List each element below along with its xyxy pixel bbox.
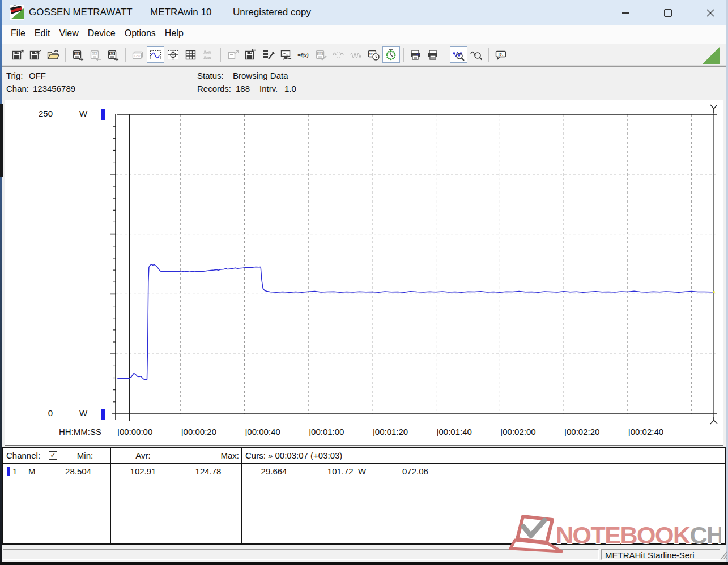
menu-item-options[interactable]: Options xyxy=(125,28,156,38)
menu-item-view[interactable]: View xyxy=(59,28,78,38)
x-tick-00:00:00: |00:00:00 xyxy=(117,427,152,436)
zoom-horizontal-icon xyxy=(452,49,465,61)
time-settings-button[interactable]: 12:3 xyxy=(365,46,382,63)
formula-fx-button[interactable]: =f(x) xyxy=(295,46,312,63)
toolbar-separator xyxy=(125,48,126,62)
series-line xyxy=(117,264,714,380)
table-header-divider xyxy=(3,463,725,464)
interval-value: 1.0 xyxy=(284,84,296,93)
resize-grip[interactable] xyxy=(720,551,728,560)
channel1-row-marker xyxy=(7,467,10,476)
time-settings-icon: 12:3 xyxy=(367,49,380,61)
x-tick-00:00:40: |00:00:40 xyxy=(245,427,280,436)
row-channel-number: 1 xyxy=(12,466,17,476)
toolbar-separator xyxy=(220,48,221,62)
print-preview-button[interactable] xyxy=(407,46,425,63)
data-export-icon xyxy=(227,49,240,61)
cursor2-intersection-dot xyxy=(713,291,715,293)
row-cursor1-value: 29.664 xyxy=(242,466,306,476)
col-header-channel: Channel: xyxy=(6,451,40,460)
x-axis-format-label: HH:MM:SS xyxy=(59,427,101,436)
device-settings-icon: 321 xyxy=(314,49,327,61)
open-file-button[interactable] xyxy=(44,46,62,63)
channel-visible-checkbox[interactable]: ✓ xyxy=(49,451,57,460)
cursor-crosshair-icon xyxy=(167,49,180,61)
chan-label: Chan: xyxy=(6,84,29,93)
svg-text:321: 321 xyxy=(74,52,79,55)
device-send-button: 321 xyxy=(87,46,104,63)
menu-item-device[interactable]: Device xyxy=(88,28,116,38)
title-bar: GOSSEN METRAWATT METRAwin 10 Unregistere… xyxy=(2,0,726,25)
device-read-icon: 321 xyxy=(71,49,84,61)
menu-item-help[interactable]: Help xyxy=(165,28,184,38)
table-column-divider xyxy=(388,448,388,543)
maximize-icon xyxy=(664,9,672,17)
data-store-button[interactable] xyxy=(242,46,259,63)
toolbar-green-triangle-icon xyxy=(703,46,720,64)
toolbar: 321321M1257=f(x)32112:3!?: xyxy=(2,44,726,66)
hint-tooltip-icon: !?: xyxy=(495,49,508,61)
toolbar-separator xyxy=(488,48,489,62)
menu-bar: FileEditViewDeviceOptionsHelp xyxy=(2,25,726,44)
formula-fx-icon: =f(x) xyxy=(297,49,310,61)
zoom-free-button[interactable] xyxy=(467,46,485,63)
save-file-icon xyxy=(11,49,24,61)
minimize-icon xyxy=(622,12,629,14)
close-button[interactable] xyxy=(697,2,723,23)
interval-label: Intrv. xyxy=(259,84,278,93)
print-icon xyxy=(427,49,440,61)
menu-item-file[interactable]: File xyxy=(11,28,25,38)
wave-trigger-icon xyxy=(332,49,345,61)
toolbar-separator xyxy=(446,48,446,62)
zoom-horizontal-button[interactable] xyxy=(450,46,467,63)
channel1-marker-bottom xyxy=(101,409,105,420)
background-artifact xyxy=(0,104,3,177)
hint-tooltip-button[interactable]: !?: xyxy=(492,46,510,63)
device-read-button[interactable]: 321 xyxy=(69,46,87,63)
svg-text:NOTEBOOKCHECK: NOTEBOOKCHECK xyxy=(556,521,721,549)
power-trend-chart[interactable] xyxy=(5,100,723,445)
trig-label: Trig: xyxy=(6,71,23,80)
print-preview-icon xyxy=(410,49,423,61)
metrawin-window: GOSSEN METRAWATT METRAwin 10 Unregistere… xyxy=(0,0,728,565)
cursor-crosshair-button[interactable] xyxy=(164,46,182,63)
wave-sample-button xyxy=(347,46,365,63)
table-column-divider xyxy=(306,448,306,543)
histogram-view-icon xyxy=(202,49,215,61)
channel1-marker-top xyxy=(101,109,105,120)
table-view-icon xyxy=(184,49,197,61)
display-settings-button[interactable] xyxy=(277,46,295,63)
row-cursor2-value: 101.72 W xyxy=(306,466,388,476)
svg-text:1257: 1257 xyxy=(134,54,141,58)
status-label: Status: xyxy=(197,71,224,80)
row-min-value: 28.504 xyxy=(46,466,110,476)
y-axis-max-label: 250 xyxy=(22,109,53,118)
col-header-cursor: Curs: » 00:03:07 (+03:03) xyxy=(245,451,342,460)
chan-value: 123456789 xyxy=(33,84,75,93)
print-button[interactable] xyxy=(425,46,442,63)
maximize-button[interactable] xyxy=(655,2,681,23)
multimeter-display-icon: 1257 xyxy=(131,49,144,61)
row-channel-mode: M xyxy=(28,466,36,476)
records-value: 188 xyxy=(236,84,250,93)
x-tick-00:01:00: |00:01:00 xyxy=(309,427,344,436)
svg-text:!?:: !?: xyxy=(499,52,504,56)
record-timer-button[interactable] xyxy=(382,46,400,63)
save-as-icon xyxy=(29,49,42,61)
memory-read-button[interactable]: M xyxy=(104,46,122,63)
toolbar-separator xyxy=(65,48,66,62)
channel-settings-button[interactable] xyxy=(259,46,277,63)
cursor2-bottom-marker[interactable] xyxy=(710,417,717,424)
save-file-button[interactable] xyxy=(9,46,27,63)
cursor2-top-marker[interactable] xyxy=(710,105,717,113)
multimeter-display-button: 1257 xyxy=(129,46,147,63)
save-as-button[interactable] xyxy=(27,46,44,63)
window-title-app: METRAwin 10 xyxy=(150,7,211,18)
table-view-button[interactable] xyxy=(182,46,199,63)
menu-item-edit[interactable]: Edit xyxy=(35,28,50,38)
chart-view-button[interactable] xyxy=(147,46,164,63)
open-file-icon xyxy=(46,49,59,61)
minimize-button[interactable] xyxy=(612,2,638,23)
window-title-brand: GOSSEN METRAWATT xyxy=(29,7,133,18)
status-value: Browsing Data xyxy=(233,71,288,80)
